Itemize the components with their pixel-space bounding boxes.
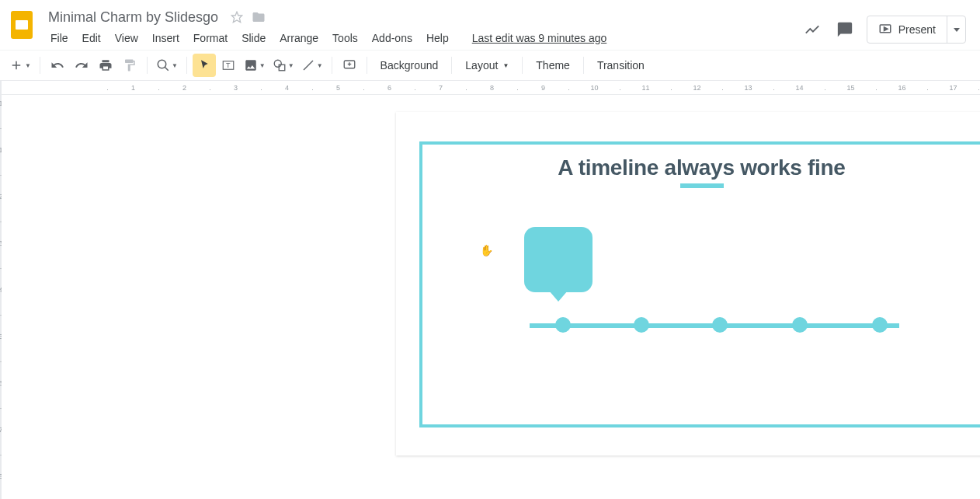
menu-tools[interactable]: Tools — [325, 29, 365, 47]
slide-title[interactable]: A timeline always works fine — [396, 155, 981, 180]
new-slide-button[interactable]: ▼ — [6, 54, 34, 77]
canvas[interactable]: A timeline always works fine 19 ✋ — [2, 95, 980, 499]
svg-line-7 — [165, 67, 169, 71]
add-comment-button[interactable] — [338, 54, 361, 77]
svg-rect-1 — [16, 20, 28, 30]
slide[interactable]: A timeline always works fine 19 ✋ — [396, 112, 981, 455]
menu-slide[interactable]: Slide — [235, 29, 273, 47]
background-button[interactable]: Background — [373, 54, 447, 77]
theme-button[interactable]: Theme — [528, 54, 578, 77]
svg-point-6 — [158, 60, 166, 68]
timeline-dot[interactable] — [555, 317, 571, 333]
menu-file[interactable]: File — [43, 29, 75, 47]
textbox-tool[interactable]: T — [217, 54, 240, 77]
menu-format[interactable]: Format — [186, 29, 235, 47]
present-button[interactable]: Present — [867, 16, 966, 44]
menu-view[interactable]: View — [108, 29, 145, 47]
zoom-button[interactable]: ▼ — [153, 54, 181, 77]
menu-help[interactable]: Help — [419, 29, 456, 47]
present-icon — [878, 23, 892, 37]
timeline-dot[interactable] — [872, 317, 888, 333]
menu-edit[interactable]: Edit — [75, 29, 108, 47]
present-dropdown[interactable] — [947, 16, 965, 44]
paint-format-button[interactable] — [118, 54, 141, 77]
menu-addons[interactable]: Add-ons — [365, 29, 419, 47]
timeline-dot[interactable] — [634, 317, 649, 333]
redo-button[interactable] — [70, 54, 93, 77]
star-icon[interactable] — [229, 9, 245, 25]
toolbar: ▼ ▼ T ▼ ▼ ▼ Background Layout▼ Theme Tra… — [0, 50, 980, 81]
line-tool[interactable]: ▼ — [298, 54, 326, 77]
menu-insert[interactable]: Insert — [145, 29, 186, 47]
move-folder-icon[interactable] — [251, 9, 266, 25]
timeline-dot[interactable] — [792, 317, 808, 333]
explore-icon[interactable] — [801, 19, 823, 40]
slide-title-underline — [680, 183, 724, 188]
menu-bar: File Edit View Insert Format Slide Arran… — [43, 28, 801, 48]
menu-arrange[interactable]: Arrange — [273, 29, 325, 47]
timeline-dot[interactable] — [712, 317, 728, 333]
layout-button[interactable]: Layout▼ — [457, 54, 516, 77]
comments-icon[interactable] — [834, 19, 856, 40]
svg-marker-5 — [954, 28, 960, 32]
speech-bubble-shape[interactable] — [524, 227, 593, 292]
document-title[interactable]: Minimal Charm by Slidesgo — [43, 8, 223, 27]
present-label: Present — [898, 23, 936, 36]
svg-rect-11 — [279, 65, 285, 71]
svg-text:T: T — [226, 61, 231, 69]
image-tool[interactable]: ▼ — [241, 54, 269, 77]
last-edit-link[interactable]: Last edit was 9 minutes ago — [465, 29, 614, 47]
svg-line-12 — [304, 61, 313, 70]
transition-button[interactable]: Transition — [589, 54, 652, 77]
hand-cursor-icon: ✋ — [480, 244, 493, 256]
svg-marker-4 — [884, 27, 888, 31]
horizontal-ruler: .1.2.3.4.5.6.7.8.9.10.11.12.13.14.15.16.… — [2, 81, 980, 95]
select-tool[interactable] — [193, 54, 216, 77]
shape-tool[interactable]: ▼ — [269, 54, 297, 77]
slides-logo[interactable] — [6, 6, 37, 44]
svg-point-10 — [274, 60, 281, 67]
print-button[interactable] — [94, 54, 117, 77]
svg-marker-2 — [231, 12, 242, 22]
undo-button[interactable] — [46, 54, 69, 77]
